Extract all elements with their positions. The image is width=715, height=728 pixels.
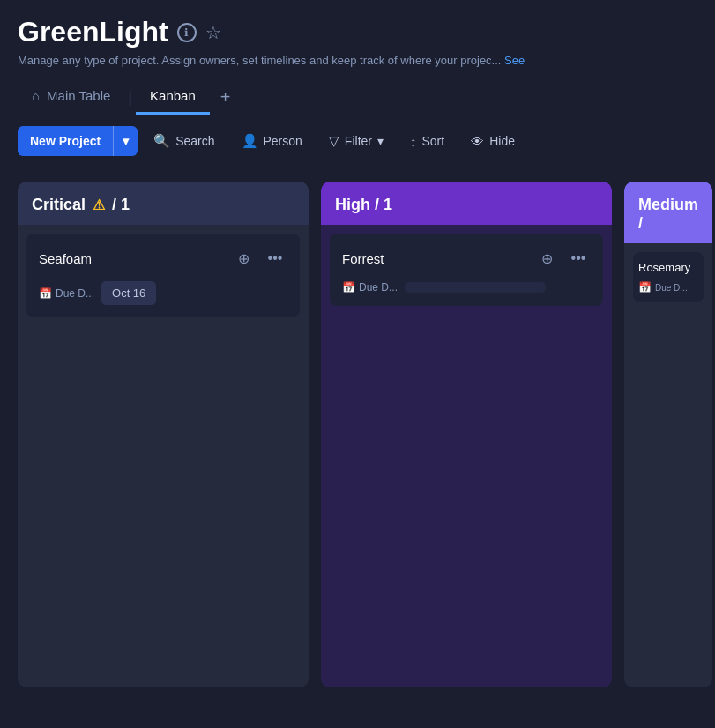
forrest-due-date-empty	[405, 282, 546, 293]
medium-column-header: Medium /	[624, 182, 712, 243]
calendar-icon: 📅	[638, 281, 652, 293]
tab-kanban[interactable]: Kanban	[136, 79, 210, 115]
app-title-row: GreenLight ℹ ☆	[18, 16, 697, 48]
calendar-icon: 📅	[342, 281, 355, 293]
card-seafoam-title: Seafoam	[39, 251, 92, 266]
card-seafoam-add-comment[interactable]: ⊕	[231, 246, 256, 271]
tab-divider: |	[124, 88, 136, 107]
info-icon[interactable]: ℹ	[177, 23, 197, 42]
high-column-body: Forrest ⊕ ••• 📅 Due D...	[321, 225, 612, 687]
column-medium: Medium / Rosemary 📅 Due D...	[624, 182, 712, 687]
critical-label: Critical	[32, 196, 86, 214]
kanban-board: Critical ⚠ / 1 Seafoam ⊕ ••• 📅 Due D...	[0, 167, 715, 702]
hide-icon: 👁	[471, 134, 484, 149]
card-forrest-add-comment[interactable]: ⊕	[534, 246, 559, 271]
search-icon: 🔍	[153, 133, 170, 149]
add-tab-button[interactable]: +	[210, 80, 242, 115]
card-rosemary-header: Rosemary	[638, 261, 698, 274]
card-rosemary: Rosemary 📅 Due D...	[633, 252, 704, 302]
tab-bar: ⌂ Main Table | Kanban +	[18, 79, 697, 115]
medium-column-body: Rosemary 📅 Due D...	[624, 243, 712, 687]
card-rosemary-title: Rosemary	[638, 261, 690, 274]
star-icon[interactable]: ☆	[205, 22, 221, 43]
critical-column-body: Seafoam ⊕ ••• 📅 Due D... Oct 16	[18, 225, 309, 687]
toolbar: New Project ▾ 🔍 Search 👤 Person ▽ Filter…	[0, 115, 715, 167]
person-button[interactable]: 👤 Person	[231, 126, 313, 156]
card-seafoam-footer: 📅 Due D... Oct 16	[39, 281, 287, 305]
card-forrest: Forrest ⊕ ••• 📅 Due D...	[330, 234, 603, 306]
card-forrest-footer: 📅 Due D...	[342, 281, 591, 293]
card-seafoam: Seafoam ⊕ ••• 📅 Due D... Oct 16	[26, 234, 300, 317]
filter-icon: ▽	[329, 133, 339, 149]
medium-label: Medium /	[638, 196, 698, 233]
due-date-badge[interactable]: Oct 16	[101, 281, 156, 305]
new-project-label: New Project	[18, 126, 113, 156]
hide-button[interactable]: 👁 Hide	[460, 127, 525, 156]
critical-count: / 1	[112, 196, 130, 214]
high-column-header: High / 1	[321, 182, 612, 225]
sort-button[interactable]: ↕ Sort	[399, 127, 455, 156]
due-label: 📅 Due D...	[39, 287, 94, 300]
app-subtitle: Manage any type of project. Assign owner…	[18, 54, 697, 67]
tab-main-table[interactable]: ⌂ Main Table	[18, 79, 124, 115]
card-seafoam-actions: ⊕ •••	[231, 246, 287, 271]
card-forrest-more[interactable]: •••	[566, 246, 591, 271]
filter-button[interactable]: ▽ Filter ▾	[318, 126, 394, 156]
card-seafoam-header: Seafoam ⊕ •••	[39, 246, 287, 271]
high-label: High / 1	[335, 196, 392, 214]
calendar-icon: 📅	[39, 287, 52, 300]
app-title: GreenLight	[18, 16, 168, 48]
card-forrest-title: Forrest	[342, 251, 384, 266]
forrest-due-label: 📅 Due D...	[342, 281, 398, 293]
critical-column-header: Critical ⚠ / 1	[18, 182, 309, 225]
new-project-dropdown-icon[interactable]: ▾	[113, 126, 138, 156]
home-icon: ⌂	[32, 88, 40, 103]
card-forrest-header: Forrest ⊕ •••	[342, 246, 591, 271]
sort-icon: ↕	[410, 134, 417, 149]
card-seafoam-more[interactable]: •••	[263, 246, 287, 271]
person-icon: 👤	[242, 133, 258, 149]
see-more-link[interactable]: See	[504, 54, 525, 67]
card-forrest-actions: ⊕ •••	[534, 246, 591, 271]
warning-icon: ⚠	[93, 197, 105, 213]
filter-dropdown-icon: ▾	[377, 134, 384, 148]
new-project-button[interactable]: New Project ▾	[18, 126, 138, 156]
column-critical: Critical ⚠ / 1 Seafoam ⊕ ••• 📅 Due D...	[18, 182, 309, 687]
header: GreenLight ℹ ☆ Manage any type of projec…	[0, 0, 715, 115]
rosemary-due-label: 📅 Due D...	[638, 281, 688, 293]
card-rosemary-footer: 📅 Due D...	[638, 281, 698, 293]
column-high: High / 1 Forrest ⊕ ••• 📅 Due D...	[321, 182, 612, 687]
search-button[interactable]: 🔍 Search	[143, 126, 225, 156]
